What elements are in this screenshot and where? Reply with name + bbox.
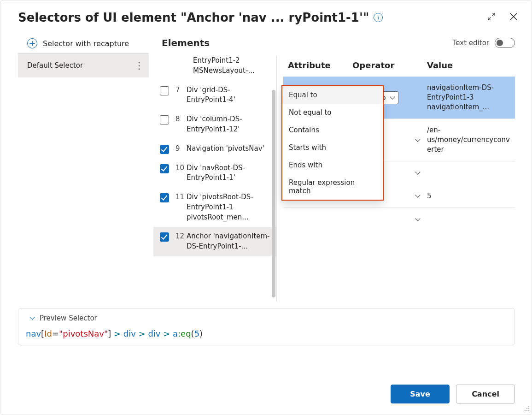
chevron-down-icon [415,192,420,197]
code-token: :eq [178,329,191,338]
dialog-title: Selectors of UI element "Anchor 'nav ...… [18,11,369,24]
operator-menu-item[interactable]: Starts with [282,139,383,156]
tree-row[interactable]: 10Div 'navRoot-DS-EntryPoint1-1' [153,159,276,188]
operator-menu-item[interactable]: Regular expression match [282,174,383,200]
add-selector-label: Selector with recapture [43,39,129,48]
code-token: div [123,329,139,338]
tree-row-checkbox[interactable] [160,232,169,242]
chevron-down-icon [415,136,420,142]
operator-menu-item[interactable]: Contains [282,121,383,139]
sidebar: + Selector with recapture Default Select… [18,34,149,302]
plus-icon: + [27,38,37,48]
preview-selector: Preview Selector nav[Id="pivotsNav"] > d… [18,308,515,345]
elements-header: Elements Text editor [153,34,515,56]
tree-row[interactable]: 8Div 'column-DS-EntryPoint1-12' [153,110,276,139]
tree-and-attrs: EntryPoint1-2 MSNewsLayout-...7Div 'grid… [153,56,515,302]
attribute-value: /en-us/money/currencyconverter [427,125,511,154]
selector-item-label: Default Selector [27,61,83,70]
code-token: ] [108,329,114,338]
tree-row-label: Div 'navRoot-DS-EntryPoint1-1' [187,163,273,184]
attribute-value: navigationItem-DS-EntryPoint1-3 navigati… [427,83,511,112]
operator-menu-item[interactable]: Ends with [282,156,383,174]
tree-row-checkbox[interactable] [160,86,169,95]
close-icon[interactable] [509,12,518,23]
tree-row[interactable]: 7Div 'grid-DS-EntryPoint1-4' [153,81,276,110]
code-token: > [163,329,173,338]
svg-point-5 [528,410,529,411]
operator-menu-item[interactable]: Not equal to [282,104,383,121]
elements-panel: Elements Text editor EntryPoint1-2 MSNew… [153,34,515,302]
selector-list: Default Selector ⋮ [18,53,149,77]
tree-row-index: 12 [175,232,187,240]
preview-toggle[interactable]: Preview Selector [26,314,507,322]
tree-row-label: Div 'pivotsRoot-DS-EntryPoint1-1 pivotsR… [187,192,273,222]
tree-row-label: Div 'column-DS-EntryPoint1-12' [187,114,273,135]
tree-row-label: Div 'grid-DS-EntryPoint1-4' [187,85,273,106]
attribute-operator-cell[interactable]: Equal to [352,215,427,224]
chevron-down-icon [29,314,35,320]
chevron-down-icon [390,94,395,99]
chevron-down-icon [415,169,420,174]
resize-grip-icon[interactable] [523,405,530,413]
attributes-header: Attribute Operator Value [283,56,515,77]
element-tree: EntryPoint1-2 MSNewsLayout-...7Div 'grid… [153,56,277,302]
code-token: 5 [194,329,199,338]
tree-row-label: EntryPoint1-2 MSNewsLayout-... [193,56,273,76]
text-editor-toggle-group: Text editor [453,38,515,48]
tree-row-label: Navigation 'pivotsNav' [187,144,273,154]
preview-code: nav[Id="pivotsNav"] > div > div > a:eq(5… [26,329,507,338]
svg-point-1 [526,408,527,409]
col-header-attribute: Attribute [288,60,352,70]
expand-icon[interactable] [487,12,496,23]
tree-row-index: 7 [175,86,187,94]
tree-row[interactable]: 9Navigation 'pivotsNav' [153,139,276,159]
code-token: = [52,329,59,338]
chevron-down-icon [415,216,420,221]
tree-row-label: Anchor 'navigationItem-DS-EntryPoint1-..… [187,231,273,252]
elements-title: Elements [162,37,210,48]
add-selector-button[interactable]: + Selector with recapture [18,34,149,53]
tree-row-index: 11 [175,193,187,201]
save-button[interactable]: Save [391,385,450,403]
tree-scrollbar[interactable] [272,90,275,297]
tree-row[interactable]: 12Anchor 'navigationItem-DS-EntryPoint1-… [153,227,276,256]
code-token: "pivotsNav" [59,329,108,338]
info-icon[interactable]: i [374,13,383,22]
code-token: ( [191,329,194,338]
code-token: > [114,329,123,338]
text-editor-label: Text editor [453,39,489,47]
tree-row-checkbox[interactable] [160,193,169,202]
text-editor-toggle[interactable] [495,38,515,48]
svg-point-4 [526,410,527,411]
code-token: Id [44,329,52,338]
dialog-header: Selectors of UI element "Anchor 'nav ...… [0,0,532,27]
code-token: a [173,329,178,338]
attribute-value: 5 [427,191,511,201]
code-token: div [148,329,163,338]
svg-point-2 [528,408,529,409]
tree-row-index: 10 [175,164,187,172]
dialog-body: + Selector with recapture Default Select… [0,27,532,302]
tree-row-checkbox[interactable] [160,145,169,154]
attribute-row[interactable]: TitleEqual to [283,208,515,231]
code-token: nav [26,329,41,338]
tree-row[interactable]: EntryPoint1-2 MSNewsLayout-... [153,56,276,81]
more-icon[interactable]: ⋮ [132,60,146,71]
tree-row-checkbox[interactable] [160,164,169,173]
tree-row[interactable]: 11Div 'pivotsRoot-DS-EntryPoint1-1 pivot… [153,188,276,227]
operator-dropdown-menu: Equal toNot equal toContainsStarts withE… [281,85,384,201]
attributes-panel: Attribute Operator Value ClassEqual tona… [277,56,515,302]
tree-row-checkbox[interactable] [160,115,169,125]
dialog-root: Selectors of UI element "Anchor 'nav ...… [0,0,532,415]
code-token: > [139,329,148,338]
tree-row-index: 9 [175,144,187,153]
operator-menu-item[interactable]: Equal to [282,86,383,104]
code-token: ) [199,329,203,338]
cancel-button[interactable]: Cancel [456,385,515,403]
selector-item-default[interactable]: Default Selector ⋮ [18,53,149,77]
dialog-footer: Save Cancel [391,385,515,403]
tree-row-index: 8 [175,115,187,123]
preview-title: Preview Selector [40,314,97,322]
svg-point-3 [525,410,526,411]
col-header-value: Value [427,60,515,70]
